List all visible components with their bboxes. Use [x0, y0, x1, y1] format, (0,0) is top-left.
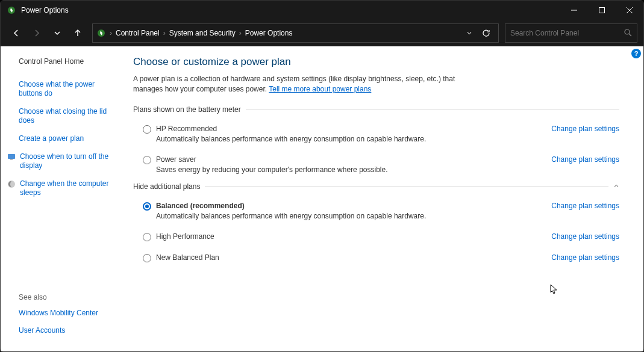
plan-row: New Balanced Plan Change plan settings — [133, 250, 619, 266]
breadcrumb-item[interactable]: Control Panel — [112, 29, 163, 37]
svg-point-6 — [625, 29, 630, 34]
see-also-accounts[interactable]: User Accounts — [19, 326, 120, 336]
chevron-up-icon — [613, 182, 619, 191]
sidebar-item-sleep[interactable]: Change when the computer sleeps — [19, 179, 120, 198]
plan-row: HP Recommended Automatically balances pe… — [133, 121, 619, 147]
see-also-label: See also — [19, 293, 120, 301]
breadcrumb-item[interactable]: System and Security — [166, 29, 239, 37]
content: ? Control Panel Home Choose what the pow… — [1, 46, 643, 351]
breadcrumb-icon — [96, 28, 106, 38]
back-button[interactable] — [7, 23, 26, 43]
titlebar: Power Options — [1, 1, 643, 20]
sidebar-item-create-plan[interactable]: Create a power plan — [19, 134, 120, 144]
page-title: Choose or customize a power plan — [133, 56, 619, 68]
refresh-button[interactable] — [478, 25, 495, 42]
learn-more-link[interactable]: Tell me more about power plans — [269, 85, 371, 93]
search-input[interactable] — [510, 29, 624, 37]
plan-name[interactable]: Balanced (recommended) — [156, 202, 544, 210]
app-icon — [7, 5, 16, 15]
sidebar-item-power-buttons[interactable]: Choose what the power buttons do — [19, 80, 120, 99]
search-icon[interactable] — [624, 28, 632, 39]
sidebar-item-turn-off-display[interactable]: Choose when to turn off the display — [19, 152, 120, 171]
change-settings-link[interactable]: Change plan settings — [551, 232, 619, 241]
breadcrumb-item[interactable]: Power Options — [242, 29, 296, 37]
section-additional-plans[interactable]: Hide additional plans — [133, 182, 619, 191]
search-box[interactable] — [505, 23, 637, 43]
plan-radio[interactable] — [143, 156, 151, 164]
maximize-button[interactable] — [588, 1, 616, 20]
plan-radio[interactable] — [143, 233, 151, 241]
change-settings-link[interactable]: Change plan settings — [551, 202, 619, 210]
change-settings-link[interactable]: Change plan settings — [551, 125, 619, 133]
plan-radio[interactable] — [143, 202, 151, 211]
navbar: › Control Panel › System and Security › … — [1, 20, 643, 46]
plan-row: High Performance Change plan settings — [133, 229, 619, 245]
plan-desc: Automatically balances performance with … — [156, 212, 544, 220]
recent-button[interactable] — [48, 23, 67, 43]
help-icon[interactable]: ? — [631, 49, 641, 58]
up-button[interactable] — [68, 23, 87, 43]
plan-name[interactable]: High Performance — [156, 232, 544, 241]
change-settings-link[interactable]: Change plan settings — [551, 155, 619, 164]
close-button[interactable] — [616, 1, 643, 20]
plan-name[interactable]: HP Recommended — [156, 125, 544, 133]
forward-button[interactable] — [27, 23, 46, 43]
breadcrumb-dropdown[interactable] — [461, 25, 478, 42]
sidebar-home[interactable]: Control Panel Home — [19, 57, 120, 67]
plan-row: Balanced (recommended) Automatically bal… — [133, 198, 619, 224]
plan-row: Power saver Saves energy by reducing you… — [133, 152, 619, 178]
svg-rect-8 — [8, 154, 15, 159]
moon-icon — [7, 179, 16, 189]
section-battery-meter: Plans shown on the battery meter — [133, 105, 619, 114]
sidebar: Control Panel Home Choose what the power… — [1, 46, 127, 351]
change-settings-link[interactable]: Change plan settings — [551, 253, 619, 262]
page-description: A power plan is a collection of hardware… — [133, 74, 483, 94]
monitor-icon — [7, 152, 16, 162]
minimize-button[interactable] — [560, 1, 588, 20]
breadcrumb[interactable]: › Control Panel › System and Security › … — [92, 23, 499, 43]
main: Choose or customize a power plan A power… — [127, 46, 643, 351]
plan-desc: Saves energy by reducing your computer's… — [156, 165, 544, 174]
window: Power Options › Control Panel › System a… — [0, 0, 644, 352]
svg-line-7 — [629, 34, 631, 36]
plan-desc: Automatically balances performance with … — [156, 135, 544, 143]
see-also-mobility[interactable]: Windows Mobility Center — [19, 309, 120, 318]
plan-name[interactable]: Power saver — [156, 155, 544, 164]
plan-name[interactable]: New Balanced Plan — [156, 253, 544, 262]
svg-rect-9 — [10, 159, 13, 160]
svg-rect-2 — [599, 8, 605, 13]
titlebar-buttons — [560, 1, 643, 20]
sidebar-item-closing-lid[interactable]: Choose what closing the lid does — [19, 107, 120, 126]
plan-radio[interactable] — [143, 254, 151, 262]
plan-radio[interactable] — [143, 125, 151, 134]
window-title: Power Options — [21, 6, 560, 14]
